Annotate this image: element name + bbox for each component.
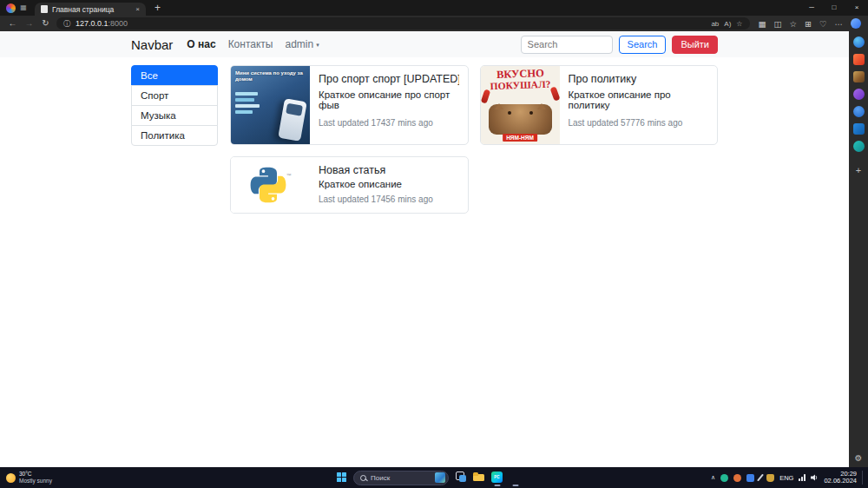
window-controls: ─ □ × <box>800 0 868 16</box>
logout-button[interactable]: Выйти <box>672 36 718 54</box>
thumbnail-device-image <box>278 98 307 142</box>
add-sidebar-item-icon[interactable]: + <box>856 165 861 175</box>
card-description: Краткое описание про политику <box>569 89 709 110</box>
nav-link-contacts[interactable]: Контакты <box>228 38 273 50</box>
edge-sidebar: + ⚙ <box>849 31 868 467</box>
navbar-search-group: Search Выйти <box>521 36 718 54</box>
new-tab-button[interactable]: + <box>155 0 161 16</box>
card-body: Новая статья Краткое описание Last updat… <box>310 157 468 213</box>
article-thumbnail: Мини система по уходу за домом <box>231 66 310 144</box>
pycharm-icon[interactable]: PC <box>491 471 503 485</box>
minimize-button[interactable]: ─ <box>800 0 823 16</box>
language-indicator[interactable]: ENG <box>779 474 793 482</box>
bing-search-icon[interactable] <box>853 36 865 48</box>
forward-icon[interactable]: → <box>23 16 35 31</box>
site-navbar: Navbar О нас Контакты admin ▾ Search Вый… <box>0 31 849 57</box>
clock[interactable]: 20:29 02.06.2024 <box>824 471 857 485</box>
article-card[interactable]: Мини система по уходу за домом Про спорт… <box>230 65 469 145</box>
tray-pen-icon[interactable] <box>757 474 764 482</box>
tray-shield-icon[interactable] <box>766 474 774 482</box>
card-updated: Last updated 17437 mins ago <box>319 118 459 128</box>
browser-tab[interactable]: Главная страница × <box>35 3 146 16</box>
cat-image <box>489 104 552 135</box>
sun-icon <box>6 473 16 483</box>
sidebar-settings-icon[interactable]: ⚙ <box>855 453 863 463</box>
search-input[interactable] <box>521 36 613 54</box>
file-explorer-icon[interactable] <box>473 471 485 485</box>
taskbar-center: Поиск PC <box>337 467 522 488</box>
sidebar-item-music[interactable]: Музыка <box>131 105 218 126</box>
tray-icon-blue[interactable] <box>746 474 754 482</box>
taskbar-search[interactable]: Поиск <box>353 471 449 485</box>
web-page: Navbar О нас Контакты admin ▾ Search Вый… <box>0 31 849 467</box>
url-port: :8000 <box>108 19 128 28</box>
nav-link-admin-dropdown[interactable]: admin ▾ <box>285 38 319 50</box>
workspace-icon[interactable] <box>6 3 16 13</box>
date: 02.06.2024 <box>824 478 857 485</box>
start-button[interactable] <box>337 472 347 483</box>
weather-temp: 30°C <box>19 471 52 478</box>
navbar-brand[interactable]: Navbar <box>131 37 173 52</box>
extensions-icon[interactable]: ▦ <box>759 19 766 29</box>
python-logo-icon <box>250 167 286 203</box>
tray-icon-orange[interactable] <box>733 474 741 482</box>
nav-link-about[interactable]: О нас <box>187 38 215 50</box>
toolbar-actions: ▦ ◫ ☆ ⊞ ♡ ⋯ <box>759 18 862 29</box>
games-icon[interactable] <box>853 89 865 100</box>
browser-essentials-icon[interactable]: ♡ <box>819 19 827 29</box>
sidebar-item-politics[interactable]: Политика <box>131 125 218 146</box>
card-body: Про политику Краткое описание про полити… <box>560 66 718 144</box>
tab-close-icon[interactable]: × <box>135 5 140 13</box>
profile-avatar[interactable] <box>851 18 861 29</box>
tray-icon-green[interactable] <box>720 474 728 482</box>
tab-favicon-icon <box>41 5 48 13</box>
address-bar[interactable]: ⓘ 127.0.0.1:8000 ab A) ☆ <box>56 17 750 30</box>
card-description: Краткое описание про спорт фыв <box>319 89 459 110</box>
card-updated: Last updated 57776 mins ago <box>569 118 709 128</box>
edge-icon[interactable] <box>510 471 522 485</box>
taskbar: 30°C Mostly sunny Поиск PC ∧ ENG <box>0 467 868 488</box>
browser-titlebar: ▦ Главная страница × + ─ □ × <box>0 0 868 16</box>
sidebar-item-sport[interactable]: Спорт <box>131 85 218 106</box>
article-card[interactable]: ВКУСНО ПОКУШАЛ? НЯМ-НЯМ Про политику Кра… <box>480 65 719 145</box>
drop-icon[interactable] <box>853 141 865 152</box>
favorite-star-icon[interactable]: ☆ <box>736 20 742 28</box>
network-icon[interactable] <box>799 474 806 481</box>
card-title: Новая статья <box>319 164 459 176</box>
thumbnail-feature-chips <box>235 92 260 114</box>
split-screen-icon[interactable]: ◫ <box>773 19 781 29</box>
show-desktop-button[interactable] <box>862 471 865 485</box>
weather-widget[interactable]: 30°C Mostly sunny <box>6 471 52 485</box>
article-card[interactable]: ™ Новая статья Краткое описание Last upd… <box>230 156 469 214</box>
more-menu-icon[interactable]: ⋯ <box>835 19 844 29</box>
search-icon <box>360 475 366 481</box>
microsoft365-icon[interactable] <box>853 54 865 65</box>
favorites-icon[interactable]: ☆ <box>789 19 797 29</box>
tab-actions-icon[interactable]: ▦ <box>16 0 31 16</box>
hidden-icons-chevron[interactable]: ∧ <box>711 474 715 481</box>
article-thumbnail: ВКУСНО ПОКУШАЛ? НЯМ-НЯМ <box>481 66 560 144</box>
volume-icon[interactable] <box>811 474 819 481</box>
close-window-button[interactable]: × <box>845 0 868 16</box>
translate-icon[interactable]: ab <box>711 20 719 28</box>
refresh-icon[interactable]: ↻ <box>40 16 51 31</box>
designer-icon[interactable] <box>853 71 865 82</box>
search-button[interactable]: Search <box>619 36 667 54</box>
collections-icon[interactable]: ⊞ <box>805 19 812 29</box>
thumbnail-text: ПОКУШАЛ? <box>481 78 560 91</box>
card-description: Краткое описание <box>319 179 459 189</box>
browser-toolbar: ← → ↻ ⓘ 127.0.0.1:8000 ab A) ☆ ▦ ◫ ☆ ⊞ ♡… <box>0 16 868 31</box>
search-highlight-icon <box>435 472 445 483</box>
site-info-icon[interactable]: ⓘ <box>63 19 70 29</box>
card-title: Про спорт спорт [UPDATED] <box>319 73 459 85</box>
back-icon[interactable]: ← <box>7 16 18 31</box>
outlook-icon[interactable] <box>853 123 865 135</box>
sidebar-item-all[interactable]: Все <box>131 65 218 86</box>
task-view-icon[interactable] <box>455 471 467 485</box>
msn-icon[interactable] <box>853 106 865 117</box>
url-text[interactable]: 127.0.0.1:8000 <box>76 19 706 28</box>
read-aloud-icon[interactable]: A) <box>724 20 731 28</box>
thumbnail-badge: НЯМ-НЯМ <box>503 134 537 142</box>
maximize-button[interactable]: □ <box>823 0 845 16</box>
tab-title: Главная страница <box>52 5 131 14</box>
